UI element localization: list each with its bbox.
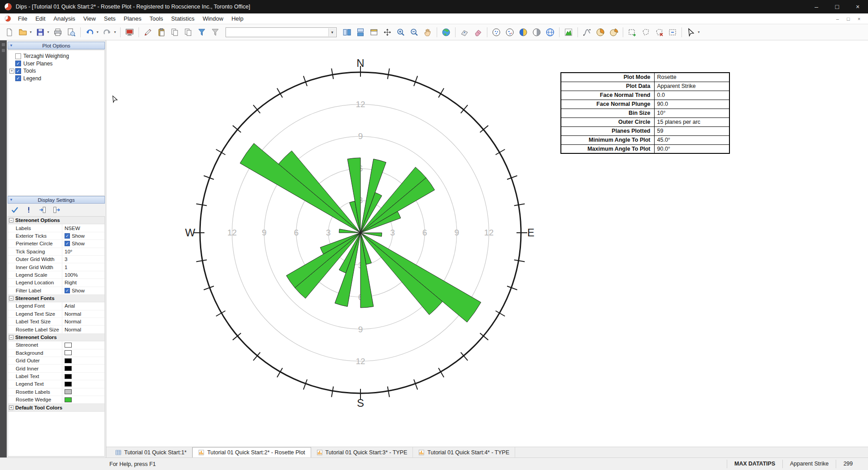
color-swatch[interactable]: [65, 350, 72, 355]
plot-view[interactable]: 33336666999912121212NESW Plot ModeRosett…: [106, 40, 868, 447]
collapse-icon[interactable]: −: [9, 218, 13, 222]
split-horizontal-button[interactable]: [354, 26, 367, 39]
delete-set-button[interactable]: [652, 26, 666, 39]
checkbox-checked-icon[interactable]: ✓: [65, 233, 70, 239]
save-file-button[interactable]: [34, 26, 47, 39]
menu-file[interactable]: File: [14, 13, 31, 24]
redo-button-dropdown[interactable]: ▾: [113, 26, 117, 39]
display-settings-header[interactable]: ▼ Display Settings: [8, 196, 105, 204]
add-set-window-button[interactable]: [625, 26, 639, 39]
prop-value[interactable]: 3: [62, 257, 67, 262]
symbol-plot-button[interactable]: [503, 26, 516, 39]
checkbox-checked-icon[interactable]: ✓: [15, 61, 21, 66]
copy-button[interactable]: [168, 26, 182, 39]
collapse-arrow-icon[interactable]: ▼: [9, 198, 13, 202]
tree-item-terzaghi-weighting[interactable]: Terzaghi Weighting: [8, 52, 104, 60]
menu-sets[interactable]: Sets: [100, 13, 120, 24]
menu-help[interactable]: Help: [227, 13, 247, 24]
menu-view[interactable]: View: [79, 13, 100, 24]
minimize-button[interactable]: –: [806, 0, 827, 13]
reset-settings-button[interactable]: [23, 205, 34, 215]
checkbox-checked-icon[interactable]: ✓: [15, 68, 21, 74]
prop-value[interactable]: [62, 397, 72, 402]
zoom-in-button[interactable]: [394, 26, 408, 39]
prop-group-stereonet-colors[interactable]: −Stereonet Colors: [8, 334, 104, 341]
mdi-minimize-button[interactable]: –: [832, 14, 843, 23]
prop-value[interactable]: [62, 350, 72, 355]
paste-button[interactable]: [155, 26, 168, 39]
combo-dropdown-icon[interactable]: ▾: [328, 28, 336, 36]
globe-view-button[interactable]: [439, 26, 453, 39]
document-tab-2[interactable]: Tutorial 01 Quick Start:2* - Rosette Plo…: [192, 447, 311, 457]
redo-button[interactable]: [100, 26, 114, 39]
prop-value[interactable]: Normal: [62, 327, 81, 332]
new-file-button[interactable]: [3, 26, 16, 39]
prop-value[interactable]: Arial: [62, 303, 75, 309]
shaded-plot-button[interactable]: [530, 26, 543, 39]
collapse-icon[interactable]: −: [9, 296, 13, 300]
tree-item-legend[interactable]: ✓Legend: [8, 75, 104, 83]
prop-value[interactable]: [62, 382, 72, 387]
prop-group-stereonet-options[interactable]: −Stereonet Options: [8, 217, 104, 224]
zoom-extents-button[interactable]: [381, 26, 394, 39]
prop-value[interactable]: [62, 374, 72, 379]
prop-value[interactable]: ✓Show: [62, 288, 85, 293]
color-swatch[interactable]: [65, 382, 72, 387]
contour-plot-button[interactable]: [516, 26, 530, 39]
menu-statistics[interactable]: Statistics: [167, 13, 199, 24]
prop-value[interactable]: ✓Show: [62, 233, 85, 239]
pan-button[interactable]: [421, 26, 434, 39]
expand-icon[interactable]: +: [9, 405, 13, 410]
prop-value[interactable]: [62, 366, 72, 371]
undo-button[interactable]: [83, 26, 96, 39]
pie-chart-button[interactable]: [594, 26, 607, 39]
curve-fit-button[interactable]: [580, 26, 594, 39]
apply-settings-button[interactable]: [9, 205, 20, 215]
edit-set-button[interactable]: [666, 26, 679, 39]
undo-button-dropdown[interactable]: ▾: [95, 26, 100, 39]
tree-item-tools[interactable]: +✓Tools: [8, 67, 104, 75]
prop-value[interactable]: [62, 389, 72, 394]
mdi-restore-button[interactable]: □: [843, 14, 854, 23]
tree-item-user-planes[interactable]: ✓User Planes: [8, 60, 104, 68]
eraser-tool-button[interactable]: [471, 26, 485, 39]
save-file-button-dropdown[interactable]: ▾: [46, 26, 51, 39]
copy-special-button[interactable]: [182, 26, 195, 39]
checkbox-checked-icon[interactable]: ✓: [65, 241, 70, 246]
document-tab-1[interactable]: Tutorial 01 Quick Start:1*: [110, 447, 192, 457]
color-swatch[interactable]: [65, 343, 72, 348]
new-window-button[interactable]: [367, 26, 381, 39]
menu-window[interactable]: Window: [199, 13, 227, 24]
stereonet-grid-button[interactable]: [543, 26, 557, 39]
prop-value[interactable]: ✓Show: [62, 241, 85, 246]
edit-data-button[interactable]: [141, 26, 155, 39]
menu-planes[interactable]: Planes: [120, 13, 146, 24]
open-file-button-dropdown[interactable]: ▾: [28, 26, 33, 39]
split-vertical-button[interactable]: [340, 26, 354, 39]
maximize-button[interactable]: □: [827, 0, 847, 13]
pole-plot-button[interactable]: [490, 26, 503, 39]
dock-strip[interactable]: [0, 40, 7, 457]
prop-value[interactable]: 100%: [62, 272, 78, 278]
prop-group-default-tool-colors[interactable]: +Default Tool Colors: [8, 404, 104, 411]
select-tool-button-dropdown[interactable]: ▾: [696, 26, 701, 39]
zoom-out-button[interactable]: [408, 26, 421, 39]
color-swatch[interactable]: [65, 358, 72, 363]
menu-analysis[interactable]: Analysis: [49, 13, 79, 24]
prop-value[interactable]: Normal: [62, 311, 81, 317]
menu-tools[interactable]: Tools: [146, 13, 167, 24]
color-swatch[interactable]: [65, 389, 72, 394]
checkbox-checked-icon[interactable]: ✓: [65, 288, 70, 293]
expand-icon[interactable]: +: [9, 69, 14, 74]
document-tab-4[interactable]: Tutorial 01 Quick Start:4* - TYPE: [413, 447, 515, 457]
prop-value[interactable]: Right: [62, 280, 77, 285]
prop-value[interactable]: [62, 358, 72, 363]
presentation-mode-button[interactable]: [123, 26, 136, 39]
import-settings-button[interactable]: [51, 205, 62, 215]
document-tab-3[interactable]: Tutorial 01 Quick Start:3* - TYPE: [311, 447, 413, 457]
prop-value[interactable]: 1: [62, 265, 67, 270]
rosette-plot-button[interactable]: [562, 26, 575, 39]
filter-data-button[interactable]: [195, 26, 208, 39]
print-preview-button[interactable]: [65, 26, 78, 39]
prop-value[interactable]: 10°: [62, 249, 72, 254]
